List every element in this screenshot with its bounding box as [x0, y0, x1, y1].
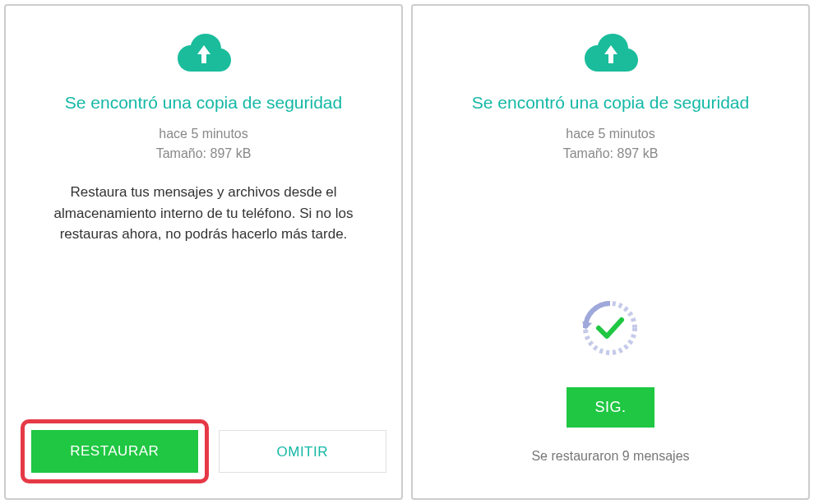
restore-highlight: RESTAURAR	[21, 419, 209, 483]
backup-size: Tamaño: 897 kB	[563, 144, 659, 164]
backup-time: hace 5 minutos	[563, 124, 659, 144]
skip-button[interactable]: OMITIR	[219, 430, 387, 473]
backup-found-panel: Se encontró una copia de seguridad hace …	[4, 4, 403, 500]
next-button[interactable]: SIG.	[567, 387, 654, 428]
backup-meta: hace 5 minutos Tamaño: 897 kB	[563, 124, 659, 164]
backup-meta: hace 5 minutos Tamaño: 897 kB	[156, 124, 252, 164]
button-row: RESTAURAR OMITIR	[21, 419, 386, 483]
restore-success-icon	[577, 295, 643, 364]
restore-button[interactable]: RESTAURAR	[31, 430, 198, 473]
backup-size: Tamaño: 897 kB	[156, 144, 252, 164]
backup-time: hace 5 minutos	[156, 124, 252, 144]
backup-title: Se encontró una copia de seguridad	[65, 93, 342, 113]
restore-complete-section: SIG. Se restauraron 9 mensajes	[531, 295, 689, 464]
restore-status: Se restauraron 9 mensajes	[531, 449, 689, 464]
cloud-upload-icon	[175, 32, 233, 76]
backup-restored-panel: Se encontró una copia de seguridad hace …	[411, 4, 810, 500]
cloud-upload-icon	[582, 32, 640, 76]
backup-title: Se encontró una copia de seguridad	[472, 93, 749, 113]
backup-description: Restaura tus mensajes y archivos desde e…	[29, 182, 378, 245]
